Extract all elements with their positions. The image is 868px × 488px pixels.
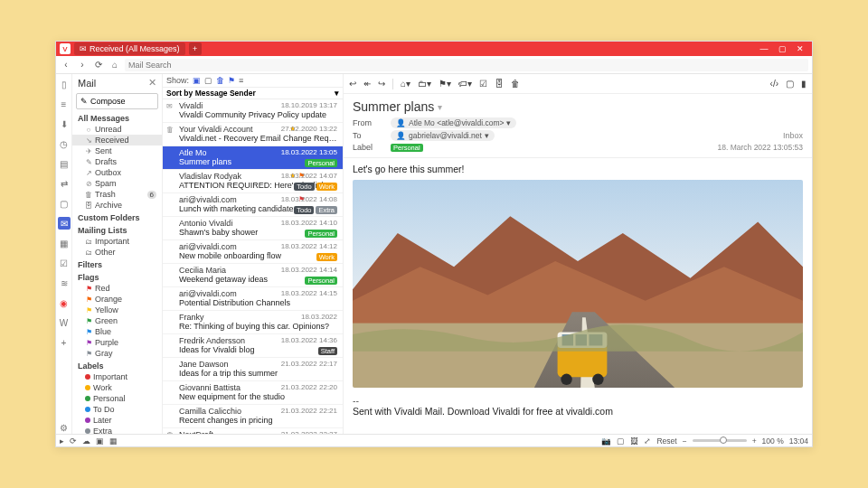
battery-icon[interactable]: ▮ bbox=[801, 79, 807, 89]
message-row[interactable]: ✉Vivaldi18.10.2019 13:17Vivaldi Communit… bbox=[163, 99, 343, 123]
flag-green[interactable]: ⚑Green bbox=[72, 315, 162, 326]
message-row[interactable]: 🗑★Your Vivaldi Account27.02.2020 13:22Vi… bbox=[163, 123, 343, 146]
zoom-in-icon[interactable]: + bbox=[752, 436, 757, 446]
sb-tile-icon[interactable]: ▦ bbox=[109, 436, 118, 446]
label-later[interactable]: Later bbox=[72, 415, 162, 426]
notes-icon[interactable]: ▤ bbox=[58, 157, 71, 170]
message-row[interactable]: 🗑NextDraft21.03.2022 22:27Verify Your Em… bbox=[163, 428, 343, 434]
filter-unread-icon[interactable]: ▣ bbox=[193, 76, 201, 85]
message-row[interactable]: ★⚑Vladislav Rodyak18.03.2022 14:07ATTENT… bbox=[163, 170, 343, 193]
folder-sent[interactable]: ✈Sent bbox=[72, 145, 162, 156]
reply-all-icon[interactable]: ↞ bbox=[363, 79, 371, 89]
reply-icon[interactable]: ↩ bbox=[349, 79, 356, 89]
forward-button[interactable]: › bbox=[76, 60, 89, 70]
code-icon[interactable]: ‹/› bbox=[770, 79, 778, 89]
folder-drafts[interactable]: ✎Drafts bbox=[72, 156, 162, 167]
label-value[interactable]: Personal bbox=[391, 144, 423, 152]
label-extra[interactable]: Extra bbox=[72, 426, 162, 434]
folder-trash[interactable]: 🗑Trash6 bbox=[72, 189, 162, 200]
compose-button[interactable]: ✎ Compose bbox=[76, 93, 158, 109]
sb-cloud-icon[interactable]: ☁ bbox=[82, 436, 90, 446]
flag-gray[interactable]: ⚑Gray bbox=[72, 348, 162, 359]
vivaldi-icon[interactable]: ◉ bbox=[58, 296, 71, 309]
folder-unread[interactable]: ○Unread bbox=[72, 124, 162, 135]
sidebar-close-icon[interactable]: ✕ bbox=[148, 77, 156, 89]
readinglist-icon[interactable]: ≡ bbox=[58, 98, 71, 110]
message-row[interactable]: ari@vivaldi.com18.03.2022 14:12New mobil… bbox=[163, 240, 343, 264]
flag-yellow[interactable]: ⚑Yellow bbox=[72, 305, 162, 315]
archive-icon[interactable]: 🗄 bbox=[495, 79, 504, 89]
chevron-down-icon[interactable]: ▾ bbox=[438, 102, 442, 112]
sb-layout-icon[interactable]: ▢ bbox=[617, 436, 625, 446]
sortbar[interactable]: Sort by Message Sender ▾ bbox=[163, 88, 343, 99]
sb-image-icon[interactable]: 🖼 bbox=[630, 436, 638, 446]
wiki-icon[interactable]: W bbox=[58, 316, 71, 329]
folder-received[interactable]: ↘Received bbox=[72, 135, 162, 145]
message-row[interactable]: Jane Dawson21.03.2022 22:17Ideas for a t… bbox=[163, 358, 343, 381]
settings-icon[interactable]: ⚙ bbox=[58, 421, 71, 434]
sb-expand-icon[interactable]: ⤢ bbox=[644, 436, 651, 446]
minimize-button[interactable]: — bbox=[760, 44, 769, 53]
to-pill[interactable]: 👤gabrielav@vivaldi.net▾ bbox=[391, 130, 495, 141]
message-row[interactable]: Cecilia Maria18.03.2022 14:14Weekend get… bbox=[163, 264, 343, 287]
calendar-icon[interactable]: ▦ bbox=[58, 237, 71, 249]
folder-archive[interactable]: 🗄Archive bbox=[72, 200, 162, 211]
label-important[interactable]: Important bbox=[72, 371, 162, 382]
mailing-important[interactable]: 🗂Important bbox=[72, 236, 162, 247]
home-button[interactable]: ⌂ bbox=[108, 60, 121, 70]
translate-icon[interactable]: ⇄ bbox=[58, 177, 71, 190]
message-row[interactable]: Franky18.03.2022Re: Thinking of buying t… bbox=[163, 311, 343, 334]
move-folder-icon[interactable]: 🗀▾ bbox=[418, 79, 431, 89]
flag-red[interactable]: ⚑Red bbox=[72, 283, 162, 294]
reload-button[interactable]: ⟳ bbox=[92, 60, 105, 70]
window-tab[interactable]: ✉ Received (All Messages) bbox=[74, 42, 185, 55]
sb-panel-icon[interactable]: ▸ bbox=[60, 436, 64, 446]
message-row[interactable]: Atle Mo18.03.2022 13:05Summer plansPerso… bbox=[163, 146, 343, 170]
feeds-icon[interactable]: ≋ bbox=[58, 277, 71, 289]
history-icon[interactable]: ◷ bbox=[58, 137, 71, 150]
sb-screenshot-icon[interactable]: ▣ bbox=[96, 436, 104, 446]
message-row[interactable]: ari@vivaldi.com18.03.2022 14:15Potential… bbox=[163, 287, 343, 311]
mail-panel-icon[interactable]: ✉ bbox=[58, 217, 71, 230]
label-to-do[interactable]: To Do bbox=[72, 404, 162, 415]
flag-purple[interactable]: ⚑Purple bbox=[72, 337, 162, 348]
back-button[interactable]: ‹ bbox=[60, 60, 72, 70]
forward-icon[interactable]: ↪ bbox=[378, 79, 385, 89]
mark-read-icon[interactable]: ☑ bbox=[479, 79, 487, 89]
from-pill[interactable]: 👤Atle Mo <atle@vivaldi.com>▾ bbox=[391, 117, 516, 128]
message-row[interactable]: Antonio Vivaldi18.03.2022 14:10Shawn's b… bbox=[163, 217, 343, 240]
search-input[interactable] bbox=[125, 59, 808, 71]
flag-blue[interactable]: ⚑Blue bbox=[72, 326, 162, 337]
zoom-out-icon[interactable]: − bbox=[683, 436, 687, 446]
message-row[interactable]: Fredrik Andersson18.03.2022 14:36Ideas f… bbox=[163, 334, 343, 358]
close-button[interactable]: ✕ bbox=[796, 44, 805, 53]
message-list[interactable]: ✉Vivaldi18.10.2019 13:17Vivaldi Communit… bbox=[163, 99, 343, 434]
downloads-icon[interactable]: ⬇ bbox=[58, 117, 71, 130]
tasks-icon[interactable]: ☑ bbox=[58, 257, 71, 269]
folder-spam[interactable]: ⊘Spam bbox=[72, 178, 162, 189]
folder-outbox[interactable]: ↗Outbox bbox=[72, 167, 162, 178]
filter-list-icon[interactable]: ≡ bbox=[239, 76, 243, 85]
message-row[interactable]: Giovanni Battista21.03.2022 22:20New equ… bbox=[163, 381, 343, 405]
sb-camera-icon[interactable]: 📷 bbox=[601, 436, 611, 446]
message-row[interactable]: Camilla Calicchio21.03.2022 22:21Recent … bbox=[163, 405, 343, 428]
vivaldi-logo[interactable]: V bbox=[60, 43, 71, 54]
add-panel-icon[interactable]: + bbox=[58, 336, 71, 349]
move-home-icon[interactable]: ⌂▾ bbox=[401, 79, 410, 89]
flag-orange[interactable]: ⚑Orange bbox=[72, 294, 162, 305]
filter-read-icon[interactable]: ▢ bbox=[204, 76, 212, 85]
label-menu-icon[interactable]: 🏷▾ bbox=[458, 79, 472, 89]
mailing-other[interactable]: 🗂Other bbox=[72, 247, 162, 258]
filter-flag-icon[interactable]: ⚑ bbox=[228, 76, 235, 85]
window-icon[interactable]: ▢ bbox=[58, 197, 71, 210]
reset-zoom[interactable]: Reset bbox=[656, 436, 676, 446]
label-work[interactable]: Work bbox=[72, 382, 162, 393]
popout-icon[interactable]: ▢ bbox=[786, 79, 794, 89]
flag-menu-icon[interactable]: ⚑▾ bbox=[439, 79, 451, 89]
delete-icon[interactable]: 🗑 bbox=[511, 79, 520, 89]
maximize-button[interactable]: ▢ bbox=[778, 44, 787, 53]
message-row[interactable]: ⚑ari@vivaldi.com18.03.2022 14:08Lunch wi… bbox=[163, 193, 343, 217]
bookmarks-icon[interactable]: ▯ bbox=[58, 78, 71, 90]
sb-sync-icon[interactable]: ⟳ bbox=[70, 436, 77, 446]
new-tab-button[interactable]: + bbox=[189, 42, 202, 55]
